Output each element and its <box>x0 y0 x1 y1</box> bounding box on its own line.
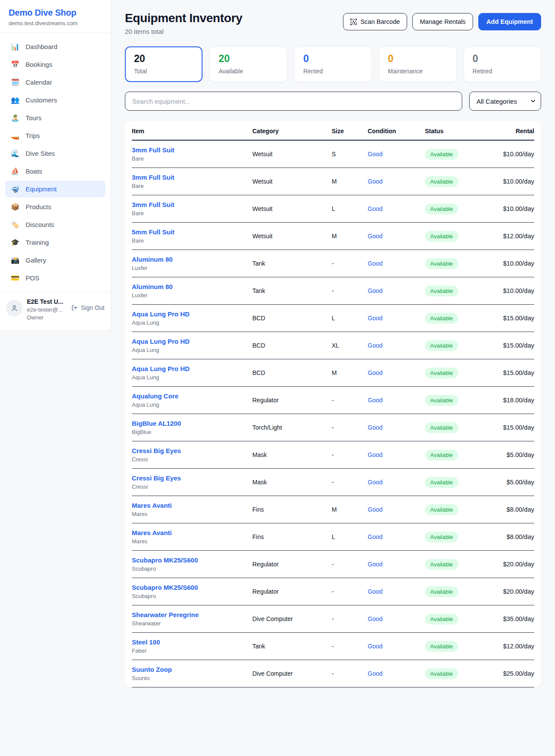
search-input[interactable] <box>125 92 462 111</box>
sidebar-item[interactable]: 📦 Products <box>5 198 105 215</box>
status-cell: Available <box>425 523 478 551</box>
condition-link[interactable]: Good <box>368 260 382 267</box>
sign-out-icon <box>71 304 78 311</box>
status-badge: Available <box>425 450 458 460</box>
condition-link[interactable]: Good <box>368 670 382 677</box>
item-name-link[interactable]: 3mm Full Suit <box>132 201 252 208</box>
rental-cell: $8.00/day <box>478 496 534 523</box>
size-cell: M <box>332 168 368 195</box>
item-name-link[interactable]: Aqualung Core <box>132 392 252 400</box>
item-brand: Suunto <box>132 675 252 681</box>
sidebar-item-label: Training <box>26 239 49 246</box>
item-brand: Bare <box>132 210 252 217</box>
table-row: Aqua Lung Pro HD Aqua Lung BCD M Good Av… <box>132 359 534 387</box>
item-name-link[interactable]: 3mm Full Suit <box>132 146 252 154</box>
item-name-link[interactable]: Suunto Zoop <box>132 666 252 673</box>
condition-link[interactable]: Good <box>368 615 382 622</box>
item-name-link[interactable]: Mares Avanti <box>132 502 252 509</box>
column-header-category: Category <box>252 121 332 140</box>
sidebar-item[interactable]: 💳 POS <box>5 270 105 286</box>
sidebar-item[interactable]: 👥 Customers <box>5 92 105 108</box>
condition-link[interactable]: Good <box>368 424 382 431</box>
stat-card[interactable]: 0 Maintenance <box>379 46 457 82</box>
condition-link[interactable]: Good <box>368 233 382 240</box>
condition-link[interactable]: Good <box>368 369 382 376</box>
condition-link[interactable]: Good <box>368 479 382 486</box>
scan-barcode-button[interactable]: Scan Barcode <box>343 13 407 30</box>
condition-link[interactable]: Good <box>368 315 382 322</box>
item-name-link[interactable]: BigBlue AL1200 <box>132 420 252 427</box>
condition-link[interactable]: Good <box>368 151 382 158</box>
item-name-link[interactable]: Cressi Big Eyes <box>132 474 252 482</box>
manage-rentals-button[interactable]: Manage Rentals <box>412 13 473 30</box>
item-cell: Scubapro MK25/S600 Scubapro <box>132 578 252 605</box>
sidebar-item[interactable]: ⛵ Boats <box>5 163 105 180</box>
item-name-link[interactable]: Steel 100 <box>132 638 252 646</box>
item-name-link[interactable]: 3mm Full Suit <box>132 174 252 181</box>
sidebar-item[interactable]: 🌊 Dive Sites <box>5 145 105 162</box>
condition-link[interactable]: Good <box>368 342 382 349</box>
sidebar-item[interactable]: 📸 Gallery <box>5 252 105 269</box>
user-box: E2E Test U... e2e-tester@... Owner Sign … <box>0 292 111 324</box>
tours-island-icon: 🏝️ <box>10 115 20 122</box>
stat-card[interactable]: 20 Total <box>125 46 202 82</box>
item-name-link[interactable]: Aqua Lung Pro HD <box>132 365 252 372</box>
sign-out-label: Sign Out <box>81 304 104 311</box>
category-select-wrap: All Categories <box>469 92 541 111</box>
item-name-link[interactable]: Aqua Lung Pro HD <box>132 338 252 345</box>
item-brand: Cressi <box>132 456 252 463</box>
sidebar-item[interactable]: 🏷️ Discounts <box>5 216 105 233</box>
size-cell: M <box>332 359 368 387</box>
sidebar-item[interactable]: 🚤 Trips <box>5 127 105 144</box>
header-actions: Scan Barcode Manage Rentals Add Equipmen… <box>343 13 541 30</box>
condition-link[interactable]: Good <box>368 397 382 404</box>
stat-card[interactable]: 0 Rented <box>294 46 372 82</box>
sidebar-item-label: Trips <box>26 132 40 139</box>
sidebar-item[interactable]: 🤿 Equipment <box>5 181 105 197</box>
stat-card[interactable]: 20 Available <box>209 46 287 82</box>
item-cell: Shearwater Peregrine Shearwater <box>132 605 252 633</box>
condition-cell: Good <box>368 140 425 168</box>
status-badge: Available <box>425 614 458 625</box>
condition-link[interactable]: Good <box>368 561 382 568</box>
sign-out-button[interactable]: Sign Out <box>71 304 104 311</box>
condition-link[interactable]: Good <box>368 451 382 458</box>
item-name-link[interactable]: Aluminum 80 <box>132 256 252 263</box>
status-cell: Available <box>425 441 478 469</box>
item-name-link[interactable]: Scubapro MK25/S600 <box>132 556 252 564</box>
status-badge: Available <box>425 504 458 515</box>
item-brand: Cressi <box>132 483 252 490</box>
size-cell: - <box>332 387 368 414</box>
item-name-link[interactable]: Shearwater Peregrine <box>132 611 252 618</box>
category-select[interactable]: All Categories <box>469 92 541 111</box>
condition-link[interactable]: Good <box>368 178 382 185</box>
condition-cell: Good <box>368 523 425 551</box>
manage-rentals-label: Manage Rentals <box>420 18 466 25</box>
add-equipment-button[interactable]: Add Equipment <box>478 13 541 30</box>
sidebar-item[interactable]: 📅 Bookings <box>5 56 105 73</box>
category-cell: Mask <box>252 469 332 496</box>
stat-card[interactable]: 0 Retired <box>464 46 541 82</box>
condition-link[interactable]: Good <box>368 588 382 595</box>
sidebar-item[interactable]: 🗓️ Calendar <box>5 74 105 91</box>
item-name-link[interactable]: Aqua Lung Pro HD <box>132 310 252 318</box>
condition-link[interactable]: Good <box>368 205 382 212</box>
condition-link[interactable]: Good <box>368 506 382 513</box>
condition-link[interactable]: Good <box>368 533 382 540</box>
item-name-link[interactable]: Cressi Big Eyes <box>132 447 252 454</box>
item-brand: Aqua Lung <box>132 347 252 353</box>
sidebar-item[interactable]: 📊 Dashboard <box>5 38 105 55</box>
item-name-link[interactable]: Mares Avanti <box>132 529 252 536</box>
category-cell: Regulator <box>252 578 332 605</box>
gallery-camera-icon: 📸 <box>10 257 20 264</box>
status-cell: Available <box>425 633 478 660</box>
table-row: Scubapro MK25/S600 Scubapro Regulator - … <box>132 551 534 578</box>
condition-link[interactable]: Good <box>368 643 382 650</box>
item-name-link[interactable]: Aluminum 80 <box>132 283 252 290</box>
sidebar-item[interactable]: 🎓 Training <box>5 234 105 251</box>
condition-link[interactable]: Good <box>368 287 382 294</box>
brand-name[interactable]: Demo Dive Shop <box>9 8 102 18</box>
item-name-link[interactable]: Scubapro MK25/S600 <box>132 584 252 591</box>
item-name-link[interactable]: 5mm Full Suit <box>132 228 252 236</box>
sidebar-item[interactable]: 🏝️ Tours <box>5 109 105 126</box>
